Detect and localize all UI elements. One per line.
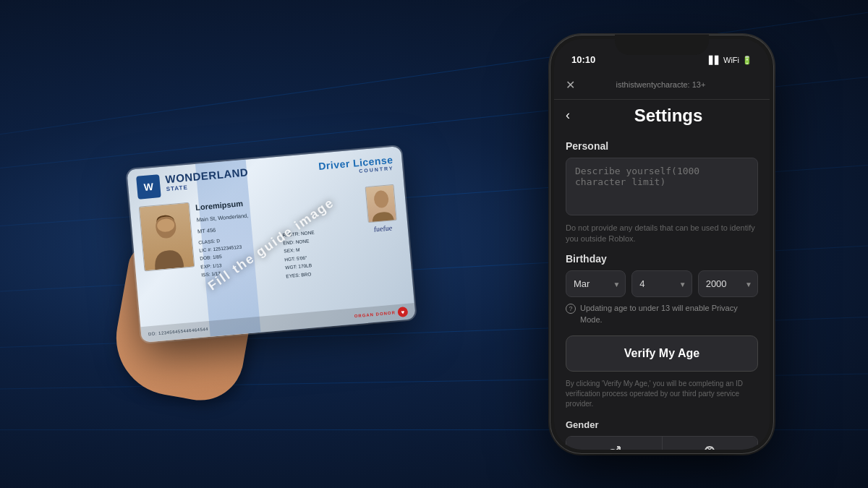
privacy-note: Do not provide any details that can be u… [566, 223, 758, 245]
hand-area: Fill the guide image W WONDERLAND STATE … [127, 145, 415, 342]
card-signature: fuefue [373, 223, 391, 233]
card-title-right: Driver License COUNTRY [318, 153, 394, 176]
gender-label: Gender [566, 419, 758, 430]
verify-note: By clicking 'Verify My Age,' you will be… [566, 379, 758, 409]
phone-screen: 10:10 ▋▋ WiFi 🔋 ✕ isthistwentycharacte: … [554, 39, 770, 450]
verify-age-button[interactable]: Verify My Age [566, 335, 758, 372]
card-info: Loremipsum Main St, Wonderland, MT 456 C… [195, 187, 365, 287]
gender-other-option[interactable] [663, 437, 758, 449]
svg-point-2 [373, 189, 389, 208]
phone-content: Personal Do not provide any details that… [554, 132, 770, 450]
phone: 10:10 ▋▋ WiFi 🔋 ✕ isthistwentycharacte: … [550, 35, 774, 454]
close-button[interactable]: ✕ [566, 78, 575, 92]
month-select[interactable]: JanFebMar AprMayJun JulAugSep OctNovDec [566, 270, 626, 297]
personal-section-label: Personal [566, 140, 758, 152]
privacy-mode-text: Updating age to under 13 will enable Pri… [580, 303, 758, 325]
card-photo [139, 202, 195, 271]
info-icon: ? [566, 304, 576, 314]
scene: Fill the guide image W WONDERLAND STATE … [0, 0, 868, 488]
privacy-mode-note: ? Updating age to under 13 will enable P… [566, 303, 758, 325]
id-card: Fill the guide image W WONDERLAND STATE … [127, 145, 415, 342]
phone-section: 10:10 ▋▋ WiFi 🔋 ✕ isthistwentycharacte: … [539, 35, 785, 454]
phone-notch [615, 35, 709, 55]
organ-donor: ORGAN DONOR ♥ [354, 306, 408, 320]
signal-icon: ▋▋ [709, 56, 720, 65]
bio-textarea[interactable] [566, 158, 758, 215]
year-select-wrap: 199920002001 ▼ [698, 270, 758, 297]
card-state-info: WONDERLAND STATE [165, 160, 314, 192]
year-select[interactable]: 199920002001 [698, 270, 758, 297]
phone-time: 10:10 [571, 54, 595, 65]
card-bottom: DD: 123456455446464544 ORGAN DONOR ♥ [140, 303, 415, 343]
day-select[interactable]: 1234 567 [631, 270, 692, 297]
back-button[interactable]: ‹ [566, 108, 570, 123]
day-select-wrap: 1234 567 ▼ [631, 270, 692, 297]
card-barcode: DD: 123456455446464544 [148, 327, 208, 336]
organ-donor-text: ORGAN DONOR [354, 310, 396, 318]
app-name-label: isthistwentycharacte: 13+ [616, 80, 706, 89]
organ-donor-icon: ♥ [397, 306, 408, 317]
page-title: Settings [579, 106, 758, 126]
card-photo-right: fuefue [363, 184, 403, 272]
id-card-section: Fill the guide image W WONDERLAND STATE … [83, 56, 459, 432]
phone-status-icons: ▋▋ WiFi 🔋 [709, 56, 752, 65]
phone-top-bar: ✕ isthistwentycharacte: 13+ [554, 71, 770, 100]
gender-male-option[interactable] [566, 437, 663, 449]
phone-nav-bar: ‹ Settings [554, 100, 770, 132]
wifi-icon: WiFi [723, 56, 739, 64]
birthday-row: JanFebMar AprMayJun JulAugSep OctNovDec … [566, 270, 758, 297]
month-select-wrap: JanFebMar AprMayJun JulAugSep OctNovDec … [566, 270, 626, 297]
gender-row [566, 436, 758, 449]
birthday-label: Birthday [566, 253, 758, 265]
battery-icon: 🔋 [742, 56, 752, 65]
card-photo2 [365, 184, 396, 222]
card-logo: W [136, 174, 161, 200]
